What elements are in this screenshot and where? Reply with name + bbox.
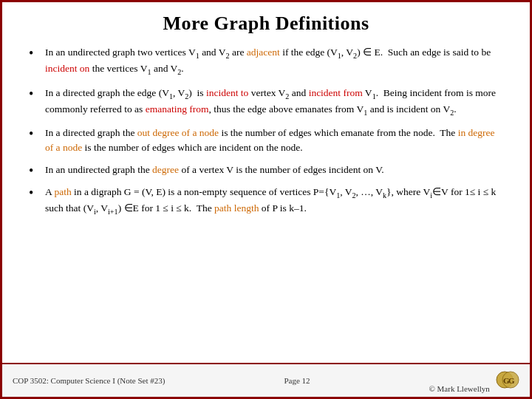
footer-right: © Mark Llewellyn G G xyxy=(429,368,519,393)
bullet-item-1: • In an undirected graph two vertices V1… xyxy=(29,45,503,78)
footer-logo-icon: G G xyxy=(496,368,519,392)
slide-footer: COP 3502: Computer Science I (Note Set #… xyxy=(2,363,530,397)
bullet-item-5: • A path in a digraph G = (V, E) is a no… xyxy=(29,185,503,218)
bullet-item-4: • In an undirected graph the degree of a… xyxy=(29,163,503,177)
bullet-dot-2: • xyxy=(29,87,36,100)
bullet-item-3: • In a directed graph the out degree of … xyxy=(29,126,503,154)
bullet-dot-3: • xyxy=(29,127,36,140)
footer-center: Page 12 xyxy=(284,376,310,385)
bullet-text-2: In a directed graph the edge (V1, V2) is… xyxy=(45,86,503,119)
bullet-text-4: In an undirected graph the degree of a v… xyxy=(45,163,503,177)
content-area: • In an undirected graph two vertices V1… xyxy=(2,42,530,363)
bullet-text-3: In a directed graph the out degree of a … xyxy=(45,126,503,154)
bullet-item-2: • In a directed graph the edge (V1, V2) … xyxy=(29,86,503,119)
bullet-dot-4: • xyxy=(29,164,36,177)
bullet-text-1: In an undirected graph two vertices V1 a… xyxy=(45,45,503,78)
bullet-dot-1: • xyxy=(29,47,36,60)
footer-left: COP 3502: Computer Science I (Note Set #… xyxy=(13,376,165,385)
svg-text:G: G xyxy=(508,376,515,385)
slide-title: More Graph Definitions xyxy=(2,2,530,42)
bullet-text-5: A path in a digraph G = (V, E) is a non-… xyxy=(45,185,503,218)
slide: More Graph Definitions • In an undirecte… xyxy=(0,0,532,399)
bullet-dot-5: • xyxy=(29,186,36,200)
